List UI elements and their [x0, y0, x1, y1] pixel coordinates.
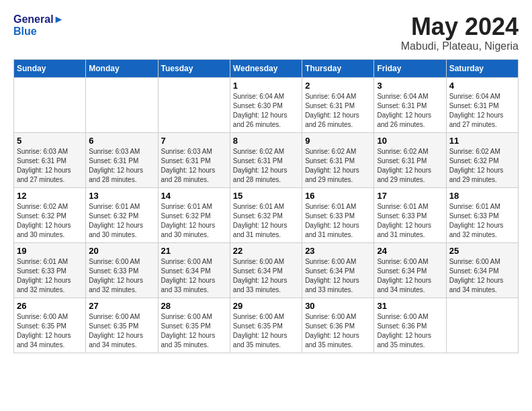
day-number: 9 [305, 136, 371, 146]
calendar-cell: 10 Sunrise: 6:02 AMSunset: 6:31 PMDaylig… [374, 132, 446, 187]
day-number: 2 [305, 81, 371, 91]
calendar-cell: 8 Sunrise: 6:02 AMSunset: 6:31 PMDayligh… [230, 132, 302, 187]
day-number: 27 [89, 301, 154, 311]
day-number: 13 [89, 191, 154, 201]
calendar-cell [158, 77, 230, 132]
calendar-cell: 18 Sunrise: 6:01 AMSunset: 6:33 PMDaylig… [446, 187, 518, 242]
day-info: Sunrise: 6:00 AMSunset: 6:36 PMDaylight:… [305, 312, 371, 350]
calendar-cell: 26 Sunrise: 6:00 AMSunset: 6:35 PMDaylig… [14, 298, 86, 353]
day-number: 5 [17, 136, 83, 146]
day-number: 15 [233, 191, 299, 201]
day-info: Sunrise: 6:02 AMSunset: 6:32 PMDaylight:… [17, 202, 83, 240]
calendar-cell: 13 Sunrise: 6:01 AMSunset: 6:32 PMDaylig… [86, 187, 158, 242]
day-number: 10 [377, 136, 443, 146]
calendar-cell [86, 77, 158, 132]
day-info: Sunrise: 6:01 AMSunset: 6:32 PMDaylight:… [89, 202, 154, 240]
calendar-cell: 4 Sunrise: 6:04 AMSunset: 6:31 PMDayligh… [446, 77, 518, 132]
calendar-cell: 7 Sunrise: 6:03 AMSunset: 6:31 PMDayligh… [158, 132, 230, 187]
calendar-cell: 1 Sunrise: 6:04 AMSunset: 6:30 PMDayligh… [230, 77, 302, 132]
calendar-cell: 6 Sunrise: 6:03 AMSunset: 6:31 PMDayligh… [86, 132, 158, 187]
week-row-5: 26 Sunrise: 6:00 AMSunset: 6:35 PMDaylig… [14, 298, 519, 353]
calendar-cell: 17 Sunrise: 6:01 AMSunset: 6:33 PMDaylig… [374, 187, 446, 242]
day-number: 25 [449, 246, 515, 256]
calendar-cell: 23 Sunrise: 6:00 AMSunset: 6:34 PMDaylig… [302, 242, 374, 298]
day-number: 16 [305, 191, 371, 201]
day-number: 29 [233, 301, 299, 311]
day-info: Sunrise: 6:04 AMSunset: 6:31 PMDaylight:… [377, 92, 443, 130]
calendar-subtitle: Mabudi, Plateau, Nigeria [401, 40, 519, 52]
day-info: Sunrise: 6:00 AMSunset: 6:34 PMDaylight:… [449, 257, 515, 295]
calendar-cell: 14 Sunrise: 6:01 AMSunset: 6:32 PMDaylig… [158, 187, 230, 242]
day-info: Sunrise: 6:01 AMSunset: 6:33 PMDaylight:… [17, 257, 83, 295]
calendar-cell: 30 Sunrise: 6:00 AMSunset: 6:36 PMDaylig… [302, 298, 374, 353]
weekday-header-tuesday: Tuesday [158, 59, 230, 77]
weekday-header-wednesday: Wednesday [230, 59, 302, 77]
day-info: Sunrise: 6:04 AMSunset: 6:31 PMDaylight:… [449, 92, 515, 130]
day-info: Sunrise: 6:01 AMSunset: 6:33 PMDaylight:… [305, 202, 371, 240]
day-info: Sunrise: 6:02 AMSunset: 6:32 PMDaylight:… [449, 147, 515, 185]
day-info: Sunrise: 6:02 AMSunset: 6:31 PMDaylight:… [377, 147, 443, 185]
day-info: Sunrise: 6:00 AMSunset: 6:35 PMDaylight:… [233, 312, 299, 350]
day-info: Sunrise: 6:00 AMSunset: 6:34 PMDaylight:… [161, 257, 227, 295]
week-row-2: 5 Sunrise: 6:03 AMSunset: 6:31 PMDayligh… [14, 132, 519, 187]
calendar-cell [446, 298, 518, 353]
weekday-header-friday: Friday [374, 59, 446, 77]
calendar-cell: 29 Sunrise: 6:00 AMSunset: 6:35 PMDaylig… [230, 298, 302, 353]
calendar-cell: 21 Sunrise: 6:00 AMSunset: 6:34 PMDaylig… [158, 242, 230, 298]
calendar-cell: 31 Sunrise: 6:00 AMSunset: 6:36 PMDaylig… [374, 298, 446, 353]
day-number: 26 [17, 301, 83, 311]
day-info: Sunrise: 6:00 AMSunset: 6:33 PMDaylight:… [89, 257, 154, 295]
day-number: 22 [233, 246, 299, 256]
day-info: Sunrise: 6:01 AMSunset: 6:32 PMDaylight:… [161, 202, 227, 240]
weekday-header-row: SundayMondayTuesdayWednesdayThursdayFrid… [14, 59, 519, 77]
week-row-1: 1 Sunrise: 6:04 AMSunset: 6:30 PMDayligh… [14, 77, 519, 132]
calendar-table: SundayMondayTuesdayWednesdayThursdayFrid… [13, 59, 519, 353]
calendar-cell: 28 Sunrise: 6:00 AMSunset: 6:35 PMDaylig… [158, 298, 230, 353]
calendar-title: May 2024 [401, 13, 519, 40]
calendar-cell: 27 Sunrise: 6:00 AMSunset: 6:35 PMDaylig… [86, 298, 158, 353]
weekday-header-sunday: Sunday [14, 59, 86, 77]
calendar-cell: 12 Sunrise: 6:02 AMSunset: 6:32 PMDaylig… [14, 187, 86, 242]
day-number: 3 [377, 81, 443, 91]
day-info: Sunrise: 6:03 AMSunset: 6:31 PMDaylight:… [17, 147, 83, 185]
header: General► Blue May 2024 Mabudi, Plateau, … [13, 13, 519, 52]
calendar-cell: 24 Sunrise: 6:00 AMSunset: 6:34 PMDaylig… [374, 242, 446, 298]
day-info: Sunrise: 6:03 AMSunset: 6:31 PMDaylight:… [89, 147, 154, 185]
day-info: Sunrise: 6:00 AMSunset: 6:36 PMDaylight:… [377, 312, 443, 350]
day-number: 30 [305, 301, 371, 311]
day-number: 24 [377, 246, 443, 256]
week-row-3: 12 Sunrise: 6:02 AMSunset: 6:32 PMDaylig… [14, 187, 519, 242]
day-info: Sunrise: 6:02 AMSunset: 6:31 PMDaylight:… [233, 147, 299, 185]
calendar-cell [14, 77, 86, 132]
weekday-header-monday: Monday [86, 59, 158, 77]
day-number: 21 [161, 246, 227, 256]
day-info: Sunrise: 6:01 AMSunset: 6:33 PMDaylight:… [449, 202, 515, 240]
day-number: 8 [233, 136, 299, 146]
day-info: Sunrise: 6:02 AMSunset: 6:31 PMDaylight:… [305, 147, 371, 185]
calendar-cell: 15 Sunrise: 6:01 AMSunset: 6:32 PMDaylig… [230, 187, 302, 242]
calendar-cell: 5 Sunrise: 6:03 AMSunset: 6:31 PMDayligh… [14, 132, 86, 187]
day-number: 14 [161, 191, 227, 201]
day-info: Sunrise: 6:00 AMSunset: 6:35 PMDaylight:… [89, 312, 154, 350]
day-info: Sunrise: 6:00 AMSunset: 6:35 PMDaylight:… [161, 312, 227, 350]
day-number: 23 [305, 246, 371, 256]
calendar-cell: 25 Sunrise: 6:00 AMSunset: 6:34 PMDaylig… [446, 242, 518, 298]
calendar-cell: 3 Sunrise: 6:04 AMSunset: 6:31 PMDayligh… [374, 77, 446, 132]
calendar-cell: 22 Sunrise: 6:00 AMSunset: 6:34 PMDaylig… [230, 242, 302, 298]
calendar-cell: 20 Sunrise: 6:00 AMSunset: 6:33 PMDaylig… [86, 242, 158, 298]
calendar-cell: 2 Sunrise: 6:04 AMSunset: 6:31 PMDayligh… [302, 77, 374, 132]
day-number: 1 [233, 81, 299, 91]
day-number: 28 [161, 301, 227, 311]
day-number: 18 [449, 191, 515, 201]
calendar-cell: 11 Sunrise: 6:02 AMSunset: 6:32 PMDaylig… [446, 132, 518, 187]
weekday-header-saturday: Saturday [446, 59, 518, 77]
day-number: 11 [449, 136, 515, 146]
calendar-cell: 9 Sunrise: 6:02 AMSunset: 6:31 PMDayligh… [302, 132, 374, 187]
calendar-cell: 19 Sunrise: 6:01 AMSunset: 6:33 PMDaylig… [14, 242, 86, 298]
title-area: May 2024 Mabudi, Plateau, Nigeria [401, 13, 519, 52]
day-info: Sunrise: 6:01 AMSunset: 6:32 PMDaylight:… [233, 202, 299, 240]
day-info: Sunrise: 6:00 AMSunset: 6:34 PMDaylight:… [233, 257, 299, 295]
logo: General► Blue [13, 13, 64, 37]
day-info: Sunrise: 6:01 AMSunset: 6:33 PMDaylight:… [377, 202, 443, 240]
day-number: 4 [449, 81, 515, 91]
